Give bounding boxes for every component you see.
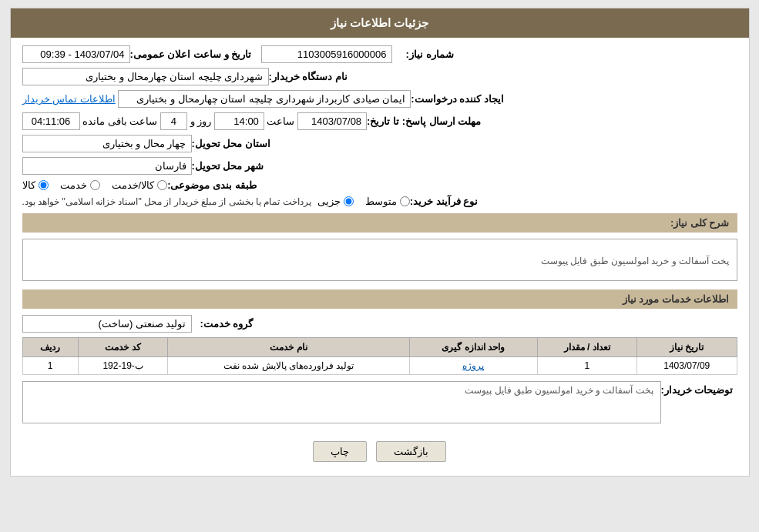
service-group-label: گروه خدمت:	[192, 318, 254, 330]
page-wrapper: جزئیات اطلاعات نیاز شماره نیاز: 11030059…	[10, 8, 750, 477]
buyer-org-field: شهرداری چلیچه استان چهارمحال و بختیاری	[22, 68, 269, 85]
service-group-row: گروه خدمت: تولید صنعتی (ساخت)	[22, 315, 737, 333]
col-row-header: ردیف	[22, 338, 78, 357]
need-description-container: پخت آسفالت و خرید امولسیون طبق فایل پیوس…	[22, 239, 737, 283]
deadline-label: مهلت ارسال پاسخ: تا تاریخ:	[367, 115, 481, 127]
cell-unit[interactable]: پروژه	[409, 357, 537, 375]
remaining-label: ساعت باقی مانده	[82, 115, 157, 127]
purchase-motavaset-radio[interactable]	[400, 196, 410, 206]
deadline-row: مهلت ارسال پاسخ: تا تاریخ: 1403/07/08 سا…	[22, 112, 737, 130]
service-group-field: تولید صنعتی (ساخت)	[22, 315, 192, 333]
category-khadamat-label: خدمت	[60, 179, 87, 191]
page-header: جزئیات اطلاعات نیاز	[11, 8, 749, 38]
buyer-notes-label: توضیحات خریدار:	[661, 381, 734, 396]
category-kala-khadamat-item: کالا/خدمت	[112, 179, 168, 191]
page-title: جزئیات اطلاعات نیاز	[331, 16, 428, 29]
category-khadamat-item: خدمت	[60, 179, 100, 191]
announce-date-label: تاریخ و ساعت اعلان عمومی:	[130, 49, 252, 60]
buyer-org-row: نام دستگاه خریدار: شهرداری چلیچه استان چ…	[22, 68, 737, 85]
print-button[interactable]: چاپ	[313, 441, 367, 462]
deadline-time-field: 14:00	[214, 112, 264, 130]
cell-date: 1403/07/09	[636, 357, 737, 375]
category-kala-radio[interactable]	[39, 180, 49, 190]
delivery-city-row: شهر محل تحویل: فارسان	[22, 157, 737, 175]
buyer-notes-row: توضیحات خریدار: پخت آسفالت و خرید امولسی…	[22, 381, 737, 426]
delivery-city-field: فارسان	[22, 157, 192, 175]
purchase-type-radio-group: متوسط جزیی	[317, 196, 410, 207]
category-radio-group: کالا/خدمت خدمت کالا	[22, 179, 168, 191]
purchase-jozi-item: جزیی	[317, 196, 354, 207]
needs-table: تاریخ نیاز تعداد / مقدار واحد اندازه گیر…	[22, 337, 737, 375]
category-kala-khadamat-radio[interactable]	[157, 180, 167, 190]
services-section-label: اطلاعات خدمات مورد نیاز	[623, 293, 730, 305]
purchase-motavaset-item: متوسط	[365, 196, 410, 207]
deadline-days-field: 4	[160, 112, 187, 130]
category-kala-label: کالا	[22, 179, 35, 191]
remaining-time-field: 04:11:06	[22, 112, 80, 130]
purchase-jozi-label: جزیی	[317, 196, 341, 207]
purchase-type-label: نوع فرآیند خرید:	[410, 196, 479, 207]
category-kala-khadamat-label: کالا/خدمت	[112, 179, 155, 191]
contact-link[interactable]: اطلاعات تماس خریدار	[22, 93, 116, 105]
creator-label: ایجاد کننده درخواست:	[411, 93, 504, 105]
col-code-header: کد خدمت	[78, 338, 168, 357]
col-count-header: تعداد / مقدار	[537, 338, 636, 357]
category-label: طبقه بندی موضوعی:	[167, 179, 257, 191]
category-khadamat-radio[interactable]	[90, 180, 100, 190]
services-section-header: اطلاعات خدمات مورد نیاز	[22, 289, 737, 309]
need-description-section-label: شرح کلی نیاز:	[670, 217, 730, 229]
deadline-time-label: ساعت	[267, 115, 294, 127]
cell-count: 1	[537, 357, 636, 375]
main-content: شماره نیاز: 1103005916000006 تاریخ و ساع…	[11, 38, 749, 476]
need-number-row: شماره نیاز: 1103005916000006 تاریخ و ساع…	[22, 45, 737, 63]
need-description-section-header: شرح کلی نیاز:	[22, 213, 737, 233]
need-number-field: 1103005916000006	[261, 45, 392, 63]
delivery-city-label: شهر محل تحویل:	[192, 160, 264, 172]
buyer-notes-value: پخت آسفالت و خرید امولسیون طبق فایل پیوس…	[465, 385, 653, 396]
button-row: بازگشت چاپ	[22, 432, 737, 468]
delivery-province-label: استان محل تحویل:	[192, 138, 271, 149]
need-number-label: شماره نیاز:	[392, 49, 454, 60]
deadline-date-field: 1403/07/08	[297, 112, 367, 130]
deadline-days-label: روز و	[190, 115, 212, 127]
cell-row: 1	[22, 357, 78, 375]
purchase-jozi-radio[interactable]	[344, 196, 354, 206]
cell-code: ب-19-192	[78, 357, 168, 375]
category-row: طبقه بندی موضوعی: کالا/خدمت خدمت کالا	[22, 179, 737, 191]
purchase-notice: پرداخت تمام یا بخشی از مبلغ خریدار از مح…	[22, 196, 311, 207]
creator-field: ایمان صیادی کاربرداز شهرداری چلیچه استان…	[118, 90, 411, 108]
need-description-value: پخت آسفالت و خرید امولسیون طبق فایل پیوس…	[541, 256, 729, 266]
announce-date-field: 1403/07/04 - 09:39	[22, 45, 130, 63]
creator-row: ایجاد کننده درخواست: ایمان صیادی کاربردا…	[22, 90, 737, 108]
table-row: 1403/07/091پروژهتولید فراورده‌های پالایش…	[22, 357, 737, 375]
category-kala-item: کالا	[22, 179, 49, 191]
cell-name: تولید فراورده‌های پالایش شده نفت	[168, 357, 409, 375]
delivery-province-row: استان محل تحویل: چهار محال و بختیاری	[22, 135, 737, 152]
back-button[interactable]: بازگشت	[376, 441, 446, 462]
purchase-type-row: نوع فرآیند خرید: متوسط جزیی پرداخت تمام …	[22, 196, 737, 207]
col-name-header: نام خدمت	[168, 338, 409, 357]
col-date-header: تاریخ نیاز	[636, 338, 737, 357]
col-unit-header: واحد اندازه گیری	[409, 338, 537, 357]
buyer-notes-container: پخت آسفالت و خرید امولسیون طبق فایل پیوس…	[22, 381, 661, 426]
delivery-province-field: چهار محال و بختیاری	[22, 135, 192, 152]
purchase-motavaset-label: متوسط	[365, 196, 397, 207]
buyer-org-label: نام دستگاه خریدار:	[269, 71, 348, 82]
